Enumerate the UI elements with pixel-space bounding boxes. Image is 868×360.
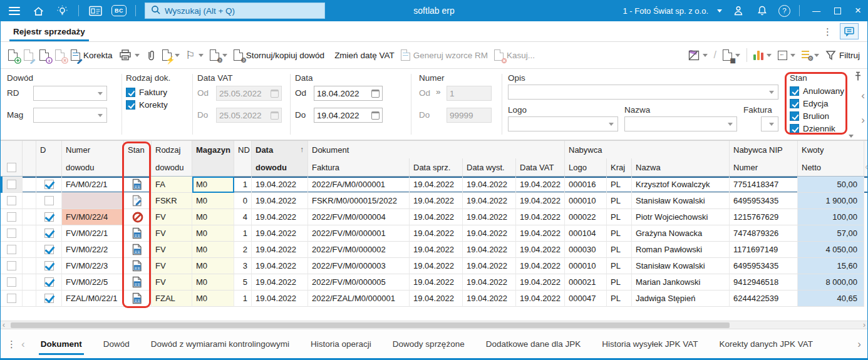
cell-sel[interactable] (1, 193, 23, 209)
cell-sel[interactable] (1, 209, 23, 225)
cell-data[interactable]: 19.04.2022 (252, 177, 308, 193)
stan-option-anulowany[interactable]: Anulowany (790, 86, 844, 96)
cell-ds[interactable]: 19.04.2022 (410, 193, 463, 209)
panel-prev-icon[interactable]: ‹ (861, 90, 865, 102)
cell-netto[interactable]: 57,00 (798, 225, 864, 242)
cell-data[interactable]: 19.04.2022 (252, 291, 308, 307)
cell-mag[interactable]: M0 (192, 177, 234, 193)
cell-sp[interactable] (23, 209, 36, 225)
cell-kraj[interactable]: PL (607, 177, 632, 193)
cell-sp[interactable] (23, 291, 36, 307)
select-all-checkbox[interactable] (7, 163, 16, 172)
header-nazwa[interactable]: Nazwa (632, 158, 730, 176)
cell-dw[interactable]: 19.04.2022 (463, 291, 516, 307)
maximize-button[interactable] (834, 8, 841, 14)
cell-netto[interactable]: 100,00 (798, 209, 864, 225)
rodzaj-option-korekty[interactable]: Korekty (126, 100, 168, 110)
cell-nip[interactable]: 1171697149 (730, 242, 798, 258)
cell-nazwa[interactable]: Stanisław Kowalski (632, 193, 730, 209)
document-operations-button[interactable]: ⚙ (210, 49, 227, 61)
table-row[interactable]: FSKRM0019.04.2022FSKR/M0/000015/202219.0… (1, 193, 867, 209)
cell-nazwa[interactable]: Grażyna Nowacka (632, 225, 730, 242)
cell-sp[interactable] (23, 225, 36, 242)
cell-nd[interactable]: 1 (234, 291, 252, 307)
close-button[interactable]: × (855, 4, 861, 17)
cell-kraj[interactable]: PL (607, 258, 632, 274)
cell-dv[interactable]: 19.04.2022 (516, 258, 565, 274)
cell-nd[interactable]: 2 (234, 242, 252, 258)
cell-dw[interactable]: 19.04.2022 (463, 274, 516, 291)
cell-nd[interactable]: 1 (234, 177, 252, 193)
cell-ds[interactable]: 19.04.2022 (410, 177, 463, 193)
cell-stan[interactable] (124, 274, 152, 291)
cell-data[interactable]: 19.04.2022 (252, 258, 308, 274)
cell-sel[interactable] (1, 225, 23, 242)
header-nip-numer[interactable]: Numer (730, 158, 798, 176)
kasuj-button[interactable]: Kasuj... (494, 49, 535, 61)
bottom-tab-dodatkowe-dane-dla-jpk[interactable]: Dodatkowe dane dla JPK (475, 330, 592, 358)
cell-d[interactable] (36, 209, 62, 225)
header-group-kwoty[interactable]: Kwoty (798, 141, 864, 158)
cell-logo[interactable]: 000021 (565, 274, 607, 291)
cell-logo[interactable]: 000022 (565, 209, 607, 225)
cell-nazwa[interactable]: Piotr Wojciechowski (632, 209, 730, 225)
cell-kraj[interactable]: PL (607, 274, 632, 291)
faktura-combo[interactable] (761, 116, 778, 131)
filtruj-button[interactable]: Filtruj (825, 50, 860, 61)
cell-nip[interactable]: 7474879326 (730, 225, 798, 242)
cell-sp[interactable] (23, 177, 36, 193)
stan-option-dziennik[interactable]: Dziennik (790, 124, 844, 133)
cell-data[interactable]: 19.04.2022 (252, 193, 308, 209)
calendar-icon[interactable] (371, 90, 380, 98)
cell-mag[interactable]: M0 (192, 242, 234, 258)
cell-logo[interactable]: 000047 (565, 291, 607, 307)
checkbox-checked-icon[interactable] (126, 100, 135, 110)
row-select-checkbox[interactable] (7, 245, 16, 254)
cell-dw[interactable]: 19.04.2022 (463, 225, 516, 242)
header-group-dokument[interactable]: Dokument (308, 141, 565, 158)
cell-data[interactable]: 19.04.2022 (252, 225, 308, 242)
cell-sp[interactable] (23, 242, 36, 258)
checkbox-checked-icon[interactable] (790, 99, 799, 108)
cell-nip[interactable]: 6495953435 (730, 258, 798, 274)
bottom-tab-dowód[interactable]: Dowód (93, 330, 140, 358)
calculation-button[interactable]: ▦ (723, 49, 740, 61)
header-stan[interactable]: Stan (124, 141, 152, 158)
add-document-button[interactable] (8, 49, 18, 61)
cell-rodzaj[interactable]: FV (152, 225, 192, 242)
cell-logo[interactable]: 000010 (565, 258, 607, 274)
cell-fakt[interactable]: 2022/FA/M0/000001 (308, 177, 410, 193)
cell-rodzaj[interactable]: FA (152, 177, 192, 193)
calendar-icon[interactable] (371, 111, 380, 120)
tab-rejestr-sprzedazy[interactable]: Rejestr sprzedaży (9, 21, 89, 41)
cell-ds[interactable]: 19.04.2022 (410, 225, 463, 242)
bottom-tab-dowody-sprzężone[interactable]: Dowody sprzężone (382, 330, 475, 358)
cell-data[interactable]: 19.04.2022 (252, 242, 308, 258)
cell-nip[interactable]: 6495953435 (730, 193, 798, 209)
header-group-nabywca-nip[interactable]: Nabywca NIP (730, 141, 798, 158)
header-d[interactable]: D (36, 141, 62, 158)
table-row[interactable]: FV/M0/22/4FVM0419.04.20222022/FV/M0/0000… (1, 209, 867, 225)
global-search[interactable] (145, 3, 325, 19)
header-data-wyst[interactable]: Data wyst. (463, 158, 516, 176)
workflow-settings-button[interactable]: ⚙ (802, 50, 819, 60)
cell-nazwa[interactable]: Roman Pawłowski (632, 242, 730, 258)
cell-nip[interactable]: 9412946518 (730, 274, 798, 291)
bottom-tabs-scroll-right-icon[interactable]: › (857, 338, 861, 351)
d-checkbox[interactable] (44, 294, 54, 303)
logo-combo[interactable] (508, 116, 618, 131)
cell-ds[interactable]: 19.04.2022 (410, 258, 463, 274)
cell-mag[interactable]: M0 (192, 291, 234, 307)
cell-ds[interactable]: 19.04.2022 (410, 274, 463, 291)
cell-d[interactable] (36, 193, 62, 209)
bottom-tabs-menu-icon[interactable]: ⋮ (7, 339, 16, 349)
bell-icon[interactable] (755, 3, 770, 18)
cell-mag[interactable]: M0 (192, 209, 234, 225)
checkbox-checked-icon[interactable] (790, 86, 799, 96)
dock-panel-button[interactable] (778, 51, 795, 60)
cell-logo[interactable]: 000016 (565, 177, 607, 193)
cell-mag[interactable]: M0 (192, 274, 234, 291)
table-row[interactable]: FV/M0/22/2FVM0219.04.20222022/FV/M0/0000… (1, 242, 867, 258)
checkbox-checked-icon[interactable] (790, 111, 799, 121)
korekta-button[interactable]: Korekta (71, 49, 113, 61)
